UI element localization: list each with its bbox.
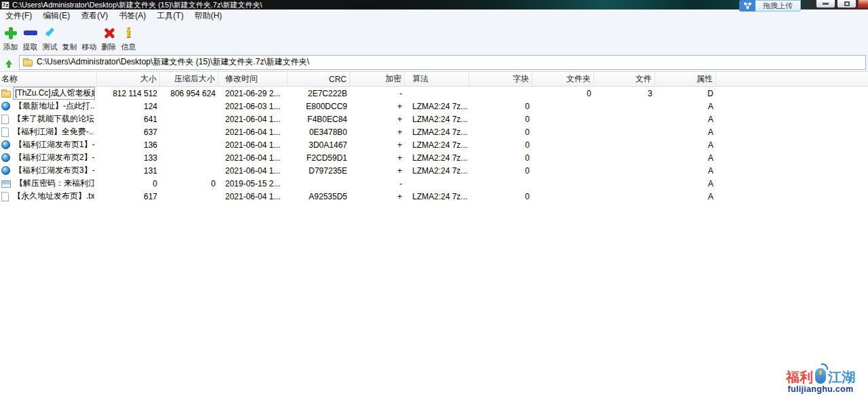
column-header-modified[interactable]: 修改时间 [218,72,288,86]
globe-icon [1,102,10,111]
move-button[interactable]: 移动 [79,22,99,52]
cell-size: 136 [97,138,160,151]
cell-files [594,164,655,177]
cell-size: 133 [97,151,160,164]
cell-folders [532,100,594,113]
column-header-size[interactable]: 大小 [97,72,160,86]
cell-folders [532,190,594,203]
delete-button[interactable]: 删除 [99,22,119,52]
cell-method: LZMA2:24 7z... [405,100,469,113]
cell-folders [532,125,594,138]
column-header-attr[interactable]: 属性 [655,72,716,86]
minimize-icon [823,3,829,5]
file-name-cell: 【福利江湖发布页3】-... [0,164,97,177]
cell-block: 0 [469,151,532,164]
cell-enc: - [350,87,405,100]
cell-modified: 2021-06-04 1... [218,113,288,125]
file-row[interactable]: 【福利江湖发布页3】-...1312021-06-04 1...D797235E… [0,164,868,177]
cell-size: 641 [97,113,160,125]
toolbar: 添加提取测试复制移动删除信息 [0,22,868,53]
file-row[interactable]: 【福利江湖发布页2】-...1332021-06-04 1...F2CD59D1… [0,151,868,164]
file-row[interactable]: 【福利江湖发布页1】-...1362021-06-04 1...3D0A1467… [0,138,868,151]
column-header-crc[interactable]: CRC [288,72,350,86]
file-name: 【福利江湖发布页2】-... [13,152,94,163]
cell-crc: F4B0EC84 [288,113,350,125]
cell-crc [288,177,350,190]
cell-crc: 3D0A1467 [288,138,350,151]
file-row[interactable]: [ThZu.Cc]成人馆老板娘...812 114 512806 954 624… [0,87,868,100]
menu-item[interactable]: 编辑(E) [37,9,75,22]
toolbar-label: 添加 [3,42,18,52]
column-header-packed[interactable]: 压缩后大小 [160,72,218,86]
toolbar-label: 复制 [62,42,77,52]
cell-files: 3 [594,87,655,100]
drag-upload-overlay[interactable]: 拖拽上传 [739,0,801,12]
cell-crc: F2CD59D1 [288,151,350,164]
menu-item[interactable]: 工具(T) [151,9,189,22]
file-name-cell: 【最新地址】-点此打... [0,100,97,113]
close-button[interactable] [858,0,868,8]
toolbar-label: 提取 [23,42,38,52]
file-name: 【福利江湖】全免费-... [12,126,94,138]
up-one-level-button[interactable] [1,55,16,70]
toolbar-label: 删除 [102,42,117,52]
cell-size: 124 [97,100,160,113]
extract-icon [24,31,37,35]
cell-folders [532,164,594,177]
cell-enc: + [350,151,405,164]
title-bar[interactable]: 7z C:\Users\Administrator\Desktop\新建文件夹 … [0,0,868,9]
cell-method: LZMA2:24 7z... [405,190,469,203]
menu-item[interactable]: 书签(A) [113,9,151,22]
address-path: C:\Users\Administrator\Desktop\新建文件夹 (15… [37,56,309,68]
file-row[interactable]: 【最新地址】-点此打...1242021-06-03 1...E800DCC9+… [0,100,868,113]
cell-block [469,177,532,190]
file-name-cell: 【来了就能下载的论坛... [0,113,97,125]
menu-item[interactable]: 帮助(H) [189,9,228,22]
cell-packed: 0 [160,177,218,190]
watermark-text-jianghu: 江湖 [828,370,855,384]
menu-item[interactable]: 查看(V) [75,9,113,22]
column-header-folders[interactable]: 文件夹 [532,72,594,86]
copy-button[interactable]: 复制 [60,22,79,52]
file-row[interactable]: 【永久地址发布页】.txt6172021-06-04 1...A92535D5+… [0,190,868,203]
maximize-button[interactable] [837,0,856,8]
extract-button[interactable]: 提取 [20,22,40,52]
address-bar: C:\Users\Administrator\Desktop\新建文件夹 (15… [0,53,868,72]
cell-packed [160,113,218,125]
file-row[interactable]: 【福利江湖】全免费-...6372021-06-04 1...0E3478B0+… [0,125,868,138]
cell-folders [532,177,594,190]
test-button[interactable]: 测试 [40,22,60,52]
file-name: 【福利江湖发布页1】-... [13,139,94,151]
cell-modified: 2021-06-04 1... [218,190,288,203]
file-name: 【最新地址】-点此打... [13,100,94,112]
column-header-method[interactable]: 算法 [405,72,469,86]
7zip-app-icon: 7z [1,1,9,9]
globe-icon [1,166,10,175]
cell-files [594,177,655,190]
cell-modified: 2021-06-04 1... [218,125,288,138]
column-header-block[interactable]: 字块 [469,72,532,86]
column-header-name[interactable]: 名称 [0,72,97,86]
cell-modified: 2021-06-04 1... [218,164,288,177]
minimize-button[interactable] [816,0,835,8]
file-row[interactable]: 【来了就能下载的论坛...6412021-06-04 1...F4B0EC84+… [0,113,868,125]
cell-packed [160,138,218,151]
drag-upload-label: 拖拽上传 [755,0,801,12]
folder-icon [23,60,33,66]
file-name: 【福利江湖发布页3】-... [13,165,94,176]
cell-modified: 2021-06-29 2... [218,87,288,100]
cell-enc: + [350,125,405,138]
cell-folders [532,113,594,125]
file-row[interactable]: 【解压密码：来福利江...002019-05-15 2...-A [0,177,868,190]
menu-item[interactable]: 文件(F) [0,9,37,22]
address-combobox[interactable]: C:\Users\Administrator\Desktop\新建文件夹 (15… [19,55,866,70]
column-header-enc[interactable]: 加密 [350,72,405,86]
info-button[interactable]: 信息 [119,22,138,52]
cell-size: 131 [97,164,160,177]
add-button[interactable]: 添加 [1,22,20,52]
file-name-cell: 【福利江湖】全免费-... [0,125,97,138]
cell-block: 0 [469,100,532,113]
column-header-files[interactable]: 文件 [594,72,655,86]
cell-method [405,177,469,190]
cell-folders: 0 [532,87,594,100]
